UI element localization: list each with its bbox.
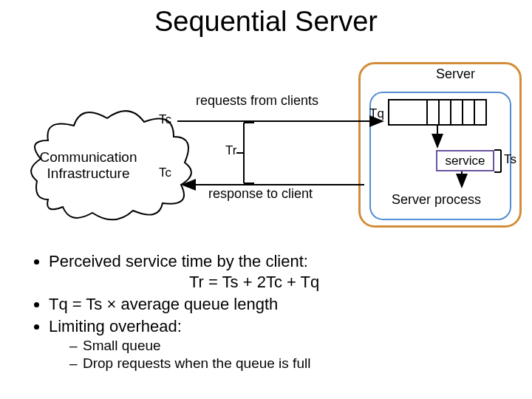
tc-top-label: Tc [159,112,171,127]
request-arrow [177,114,388,129]
tq-label: Tq [369,106,384,121]
service-to-process-arrow [454,170,469,192]
tr-bracket [244,123,259,183]
tr-label: Tr [225,143,236,158]
slide-title: Sequential Server [0,6,532,38]
bullet-list: Perceived service time by the client: Tr… [28,251,319,374]
bullet-2: Tq = Ts × average queue length [49,294,319,315]
service-box: service [436,150,494,171]
bullet-1: Perceived service time by the client: Tr… [49,251,319,293]
queue-icon [388,99,487,126]
sub-bullet-1: Small queue [69,337,319,355]
bullet-3: Limiting overhead: Small queue Drop requ… [49,316,319,372]
sub-bullet-2: Drop requests when the queue is full [69,355,319,372]
server-label: Server [436,66,475,82]
response-label: response to client [208,186,313,202]
requests-label: requests from clients [196,93,318,109]
ts-label: Ts [504,152,516,167]
cloud-label: CommunicationInfrastructure [38,149,138,182]
server-process-label: Server process [392,192,481,208]
queue-to-service-arrow [430,123,445,152]
equation-tr: Tr = Ts + 2Tc + Tq [189,272,319,293]
ts-bracket [494,150,505,172]
diagram-area: Server CommunicationInfrastructure reque… [30,62,517,232]
tc-bottom-label: Tc [159,166,171,180]
